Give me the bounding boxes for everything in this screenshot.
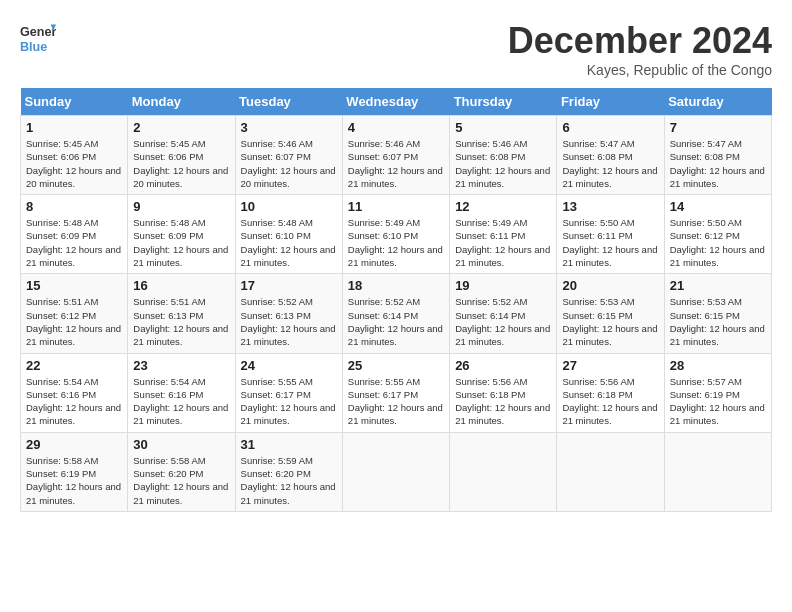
day-number: 10 [241, 199, 337, 214]
logo-icon: General Blue [20, 20, 56, 56]
calendar-table: Sunday Monday Tuesday Wednesday Thursday… [20, 88, 772, 512]
day-number: 12 [455, 199, 551, 214]
table-row: 17 Sunrise: 5:52 AMSunset: 6:13 PMDaylig… [235, 274, 342, 353]
day-info: Sunrise: 5:52 AMSunset: 6:14 PMDaylight:… [348, 295, 444, 348]
table-row: 23 Sunrise: 5:54 AMSunset: 6:16 PMDaylig… [128, 353, 235, 432]
day-info: Sunrise: 5:49 AMSunset: 6:10 PMDaylight:… [348, 216, 444, 269]
day-info: Sunrise: 5:57 AMSunset: 6:19 PMDaylight:… [670, 375, 766, 428]
table-row: 21 Sunrise: 5:53 AMSunset: 6:15 PMDaylig… [664, 274, 771, 353]
day-number: 8 [26, 199, 122, 214]
day-number: 18 [348, 278, 444, 293]
svg-text:General: General [20, 25, 56, 39]
day-number: 24 [241, 358, 337, 373]
table-row [664, 432, 771, 511]
day-number: 28 [670, 358, 766, 373]
day-info: Sunrise: 5:46 AMSunset: 6:07 PMDaylight:… [241, 137, 337, 190]
day-info: Sunrise: 5:47 AMSunset: 6:08 PMDaylight:… [670, 137, 766, 190]
header-thursday: Thursday [450, 88, 557, 116]
day-number: 13 [562, 199, 658, 214]
table-row: 5 Sunrise: 5:46 AMSunset: 6:08 PMDayligh… [450, 116, 557, 195]
day-info: Sunrise: 5:54 AMSunset: 6:16 PMDaylight:… [26, 375, 122, 428]
header-saturday: Saturday [664, 88, 771, 116]
table-row: 3 Sunrise: 5:46 AMSunset: 6:07 PMDayligh… [235, 116, 342, 195]
table-row: 27 Sunrise: 5:56 AMSunset: 6:18 PMDaylig… [557, 353, 664, 432]
day-number: 19 [455, 278, 551, 293]
day-number: 3 [241, 120, 337, 135]
day-number: 2 [133, 120, 229, 135]
day-info: Sunrise: 5:55 AMSunset: 6:17 PMDaylight:… [241, 375, 337, 428]
table-row: 24 Sunrise: 5:55 AMSunset: 6:17 PMDaylig… [235, 353, 342, 432]
day-number: 4 [348, 120, 444, 135]
svg-text:Blue: Blue [20, 40, 47, 54]
day-info: Sunrise: 5:58 AMSunset: 6:20 PMDaylight:… [133, 454, 229, 507]
day-info: Sunrise: 5:56 AMSunset: 6:18 PMDaylight:… [562, 375, 658, 428]
table-row: 14 Sunrise: 5:50 AMSunset: 6:12 PMDaylig… [664, 195, 771, 274]
day-info: Sunrise: 5:45 AMSunset: 6:06 PMDaylight:… [26, 137, 122, 190]
day-info: Sunrise: 5:48 AMSunset: 6:10 PMDaylight:… [241, 216, 337, 269]
day-number: 29 [26, 437, 122, 452]
day-number: 25 [348, 358, 444, 373]
logo: General Blue [20, 20, 56, 56]
day-number: 20 [562, 278, 658, 293]
day-number: 7 [670, 120, 766, 135]
table-row: 11 Sunrise: 5:49 AMSunset: 6:10 PMDaylig… [342, 195, 449, 274]
title-area: December 2024 Kayes, Republic of the Con… [508, 20, 772, 78]
table-row: 18 Sunrise: 5:52 AMSunset: 6:14 PMDaylig… [342, 274, 449, 353]
day-number: 21 [670, 278, 766, 293]
day-number: 23 [133, 358, 229, 373]
day-info: Sunrise: 5:52 AMSunset: 6:13 PMDaylight:… [241, 295, 337, 348]
day-info: Sunrise: 5:49 AMSunset: 6:11 PMDaylight:… [455, 216, 551, 269]
table-row: 26 Sunrise: 5:56 AMSunset: 6:18 PMDaylig… [450, 353, 557, 432]
table-row: 8 Sunrise: 5:48 AMSunset: 6:09 PMDayligh… [21, 195, 128, 274]
table-row: 4 Sunrise: 5:46 AMSunset: 6:07 PMDayligh… [342, 116, 449, 195]
table-row: 2 Sunrise: 5:45 AMSunset: 6:06 PMDayligh… [128, 116, 235, 195]
day-number: 9 [133, 199, 229, 214]
day-number: 15 [26, 278, 122, 293]
header-friday: Friday [557, 88, 664, 116]
day-number: 31 [241, 437, 337, 452]
table-row: 30 Sunrise: 5:58 AMSunset: 6:20 PMDaylig… [128, 432, 235, 511]
calendar-row: 22 Sunrise: 5:54 AMSunset: 6:16 PMDaylig… [21, 353, 772, 432]
calendar-row: 29 Sunrise: 5:58 AMSunset: 6:19 PMDaylig… [21, 432, 772, 511]
day-info: Sunrise: 5:48 AMSunset: 6:09 PMDaylight:… [26, 216, 122, 269]
day-number: 17 [241, 278, 337, 293]
day-number: 1 [26, 120, 122, 135]
day-number: 14 [670, 199, 766, 214]
table-row: 1 Sunrise: 5:45 AMSunset: 6:06 PMDayligh… [21, 116, 128, 195]
month-title: December 2024 [508, 20, 772, 62]
table-row: 7 Sunrise: 5:47 AMSunset: 6:08 PMDayligh… [664, 116, 771, 195]
day-info: Sunrise: 5:59 AMSunset: 6:20 PMDaylight:… [241, 454, 337, 507]
day-info: Sunrise: 5:47 AMSunset: 6:08 PMDaylight:… [562, 137, 658, 190]
day-info: Sunrise: 5:58 AMSunset: 6:19 PMDaylight:… [26, 454, 122, 507]
calendar-row: 15 Sunrise: 5:51 AMSunset: 6:12 PMDaylig… [21, 274, 772, 353]
header-tuesday: Tuesday [235, 88, 342, 116]
day-info: Sunrise: 5:46 AMSunset: 6:08 PMDaylight:… [455, 137, 551, 190]
table-row: 9 Sunrise: 5:48 AMSunset: 6:09 PMDayligh… [128, 195, 235, 274]
day-header-row: Sunday Monday Tuesday Wednesday Thursday… [21, 88, 772, 116]
header-wednesday: Wednesday [342, 88, 449, 116]
day-number: 6 [562, 120, 658, 135]
table-row: 29 Sunrise: 5:58 AMSunset: 6:19 PMDaylig… [21, 432, 128, 511]
table-row: 19 Sunrise: 5:52 AMSunset: 6:14 PMDaylig… [450, 274, 557, 353]
page-header: General Blue December 2024 Kayes, Republ… [20, 20, 772, 78]
day-number: 22 [26, 358, 122, 373]
table-row: 28 Sunrise: 5:57 AMSunset: 6:19 PMDaylig… [664, 353, 771, 432]
day-info: Sunrise: 5:50 AMSunset: 6:12 PMDaylight:… [670, 216, 766, 269]
day-info: Sunrise: 5:56 AMSunset: 6:18 PMDaylight:… [455, 375, 551, 428]
day-number: 30 [133, 437, 229, 452]
table-row [450, 432, 557, 511]
day-info: Sunrise: 5:53 AMSunset: 6:15 PMDaylight:… [562, 295, 658, 348]
table-row: 13 Sunrise: 5:50 AMSunset: 6:11 PMDaylig… [557, 195, 664, 274]
day-number: 5 [455, 120, 551, 135]
day-number: 16 [133, 278, 229, 293]
table-row: 22 Sunrise: 5:54 AMSunset: 6:16 PMDaylig… [21, 353, 128, 432]
day-info: Sunrise: 5:52 AMSunset: 6:14 PMDaylight:… [455, 295, 551, 348]
table-row: 10 Sunrise: 5:48 AMSunset: 6:10 PMDaylig… [235, 195, 342, 274]
day-info: Sunrise: 5:45 AMSunset: 6:06 PMDaylight:… [133, 137, 229, 190]
header-monday: Monday [128, 88, 235, 116]
day-number: 11 [348, 199, 444, 214]
day-info: Sunrise: 5:50 AMSunset: 6:11 PMDaylight:… [562, 216, 658, 269]
day-info: Sunrise: 5:53 AMSunset: 6:15 PMDaylight:… [670, 295, 766, 348]
table-row: 12 Sunrise: 5:49 AMSunset: 6:11 PMDaylig… [450, 195, 557, 274]
table-row [342, 432, 449, 511]
